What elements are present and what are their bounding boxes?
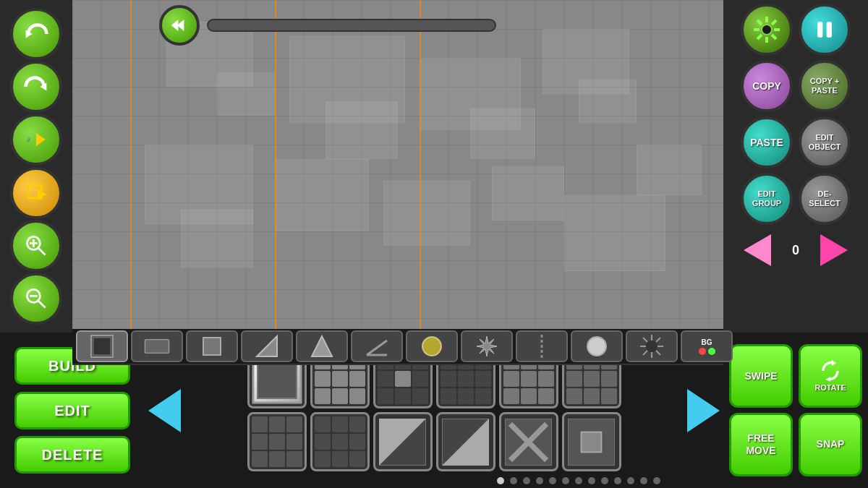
tab-slope[interactable] [241,330,293,362]
music-play-button[interactable]: ♪ [10,114,62,166]
pagination-dots [289,477,868,484]
svg-rect-57 [582,432,602,452]
bg-decoration [579,80,637,123]
dot-6 [562,477,569,484]
dot-1 [497,477,504,484]
tab-blocks2[interactable] [131,330,183,362]
snap-button[interactable]: SNAP [799,413,862,476]
editor-area [72,0,723,333]
spike-tab-icon [309,333,335,359]
grid-prev-button[interactable] [148,389,181,432]
dot-7 [575,477,582,484]
svg-line-32 [367,341,387,355]
page-next-button[interactable] [816,232,852,268]
svg-point-15 [762,25,772,35]
object-item[interactable] [310,412,370,471]
svg-rect-27 [93,338,111,355]
tab-ramp[interactable] [351,330,403,362]
page-prev-button[interactable] [739,232,775,268]
group-row: EDIT GROUP DE- SELECT [741,173,851,225]
pause-icon [812,17,838,43]
copy-paste-button[interactable]: COPY + PASTE [799,60,851,112]
dot-11 [627,477,634,484]
tab-blocks3[interactable] [186,330,238,362]
dot-3 [523,477,530,484]
undo-icon [23,21,49,47]
object-item[interactable] [562,412,621,471]
bg-decoration [326,101,398,159]
free-move-button[interactable]: FREE MOVE [729,413,793,476]
music-play-icon: ♪ [23,127,49,153]
left-sidebar: ♪ [0,0,72,333]
tab-orb[interactable] [406,330,458,362]
chain-tab-icon [529,333,555,359]
svg-line-23 [757,35,762,39]
edit-button[interactable]: EDIT [14,392,130,429]
settings-button[interactable] [741,4,793,56]
tab-burst[interactable] [626,330,678,362]
play-mode-icon [23,180,49,206]
deselect-button[interactable]: DE- SELECT [799,173,851,225]
svg-point-37 [587,337,606,356]
bg-tab-label: BG [702,338,712,346]
tab-spike[interactable] [296,330,348,362]
pause-button[interactable] [799,4,851,56]
small-block-preview [568,419,615,466]
tab-blocks[interactable] [76,330,128,362]
dot-5 [549,477,556,484]
zoom-in-button[interactable] [10,220,62,272]
object-tabs-bar: BG [72,329,723,365]
play-mode-button[interactable] [10,167,62,219]
tab-chain[interactable] [516,330,568,362]
zoom-in-icon [23,233,49,259]
undo-button[interactable] [10,8,62,60]
tab-sawblade[interactable] [461,330,513,362]
bg-decoration [492,166,564,221]
edit-object-button[interactable]: EDIT OBJECT [799,116,851,168]
right-control-panel: SWIPE ROTATE FREE MOVE SNAP [723,333,868,488]
rotate-icon [820,360,841,382]
ramp-tab-icon [364,333,390,359]
bg-decoration [564,195,665,271]
marker-line [275,0,276,333]
dot-9 [601,477,608,484]
x-block-preview [505,419,552,466]
object-item[interactable] [247,412,307,471]
svg-marker-58 [832,360,837,366]
svg-point-38 [646,341,658,352]
copy-button[interactable]: COPY [741,60,793,112]
redo-button[interactable] [10,61,62,113]
object-item[interactable] [499,412,558,471]
paste-button[interactable]: PASTE [741,116,793,168]
circle-tab-icon [584,333,610,359]
page-number: 0 [781,243,810,258]
dot-13 [653,477,660,484]
orb-tab-icon [419,333,445,359]
grid-next-button[interactable] [687,389,720,432]
object-item[interactable] [436,412,495,471]
svg-marker-3 [36,133,46,146]
wide-block-icon [144,333,170,359]
svg-line-44 [656,351,660,355]
edit-group-button[interactable]: EDIT GROUP [741,173,793,225]
svg-marker-31 [312,336,332,356]
small-block-icon [199,333,225,359]
swipe-button[interactable]: SWIPE [729,344,793,408]
delete-button[interactable]: DELETE [14,436,130,474]
bg-decoration [217,72,275,116]
rotate-button[interactable]: ROTATE [799,344,862,408]
paste-row: PASTE EDIT OBJECT [741,116,851,168]
bg-decoration [470,108,535,159]
triangle-block-preview2 [442,419,489,466]
tab-circle[interactable] [571,330,623,362]
zoom-out-button[interactable] [10,273,62,325]
bg-decoration [275,159,369,231]
tab-bg[interactable]: BG [681,330,733,362]
action-row-1: SWIPE ROTATE [729,344,862,408]
bg-decoration [637,145,702,195]
svg-marker-59 [825,377,830,382]
dot-4 [536,477,543,484]
object-item[interactable] [373,412,433,471]
right-sidebar: COPY COPY + PASTE PASTE EDIT OBJECT EDIT… [723,0,868,333]
svg-line-21 [772,35,776,39]
